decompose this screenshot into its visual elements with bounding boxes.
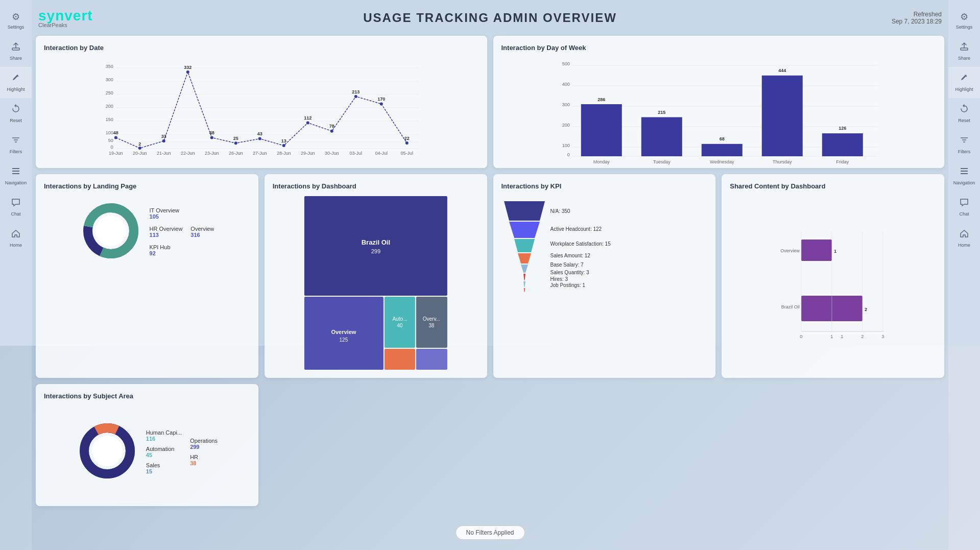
main-content: Interaction by Date 350 300 250 200 150 … bbox=[0, 36, 980, 550]
sidebar-item-settings-left[interactable]: ⚙ Settings bbox=[0, 5, 32, 36]
header: synvert ClearPeaks USAGE TRACKING ADMIN … bbox=[0, 0, 980, 36]
sidebar-item-chat-right[interactable]: Chat bbox=[948, 192, 980, 223]
sidebar-item-navigation-left[interactable]: Navigation bbox=[0, 160, 32, 192]
card-title-interaction-date: Interaction by Date bbox=[44, 44, 479, 52]
svg-text:78: 78 bbox=[329, 124, 334, 129]
sidebar-item-filters-left[interactable]: Filters bbox=[0, 129, 32, 160]
svg-text:50: 50 bbox=[108, 138, 113, 143]
sidebar-item-highlight-right[interactable]: Highlight bbox=[948, 67, 980, 98]
refreshed-date: Sep 7, 2023 18:29 bbox=[892, 18, 942, 25]
svg-point-44 bbox=[405, 141, 409, 145]
bar-chart-day: 500 400 300 200 100 0 bbox=[501, 58, 937, 160]
sidebar-item-reset-left[interactable]: Reset bbox=[0, 98, 32, 129]
svg-text:444: 444 bbox=[778, 68, 786, 73]
svg-text:48: 48 bbox=[113, 130, 118, 135]
sidebar-label-chat-right: Chat bbox=[959, 211, 969, 217]
card-title-interaction-day: Interaction by Day of Week bbox=[501, 44, 937, 52]
svg-rect-0 bbox=[12, 48, 19, 50]
svg-text:126: 126 bbox=[839, 126, 846, 131]
sidebar-item-home-left[interactable]: Home bbox=[0, 223, 32, 254]
sidebar-label-share-right: Share bbox=[958, 56, 970, 61]
filters-icon bbox=[11, 135, 20, 147]
svg-text:33: 33 bbox=[161, 134, 166, 139]
navigation-icon bbox=[11, 166, 20, 178]
svg-text:23-Jun: 23-Jun bbox=[205, 151, 219, 156]
sidebar-item-highlight-left[interactable]: Highlight bbox=[0, 67, 32, 98]
sidebar-item-home-right[interactable]: Home bbox=[948, 223, 980, 254]
sidebar-left: ⚙ Settings Share Highlight Reset Filte bbox=[0, 0, 32, 550]
svg-rect-13 bbox=[961, 168, 968, 169]
home-icon bbox=[11, 229, 20, 241]
sidebar-label-highlight-right: Highlight bbox=[955, 87, 973, 92]
sidebar-label-reset-right: Reset bbox=[958, 118, 970, 123]
svg-text:299: 299 bbox=[371, 248, 380, 254]
sidebar-label-navigation-right: Navigation bbox=[953, 180, 975, 185]
filter-badge: No Filters Applied bbox=[455, 525, 524, 540]
svg-rect-127 bbox=[801, 240, 832, 261]
svg-text:500: 500 bbox=[562, 61, 569, 66]
svg-rect-8 bbox=[961, 48, 968, 50]
filters-right-icon bbox=[960, 135, 969, 147]
refreshed-label: Refreshed bbox=[892, 11, 942, 18]
sidebar-label-settings: Settings bbox=[8, 25, 25, 30]
hbar-chart: Overview Brazil Oil 1 2 0 1 1 bbox=[730, 196, 936, 370]
share-right-icon bbox=[960, 42, 969, 54]
svg-rect-92 bbox=[761, 76, 802, 156]
svg-text:2: 2 bbox=[865, 307, 867, 312]
sidebar-right: ⚙ Settings Share Highlight Reset Filte bbox=[948, 0, 980, 550]
svg-text:100: 100 bbox=[106, 130, 113, 135]
settings-icon: ⚙ bbox=[12, 11, 20, 22]
svg-text:03-Jul: 03-Jul bbox=[349, 151, 362, 156]
svg-text:Tuesday: Tuesday bbox=[653, 159, 671, 164]
svg-rect-7 bbox=[12, 173, 19, 174]
svg-text:21-Jun: 21-Jun bbox=[157, 151, 171, 156]
svg-text:68: 68 bbox=[719, 136, 724, 141]
svg-rect-83 bbox=[581, 104, 622, 156]
svg-point-39 bbox=[282, 144, 285, 147]
svg-text:170: 170 bbox=[377, 97, 385, 102]
sidebar-item-chat-left[interactable]: Chat bbox=[0, 192, 32, 223]
svg-text:38: 38 bbox=[428, 323, 435, 328]
sidebar-item-share-left[interactable]: Share bbox=[0, 36, 32, 67]
svg-text:286: 286 bbox=[597, 97, 605, 102]
card-interaction-by-date: Interaction by Date 350 300 250 200 150 … bbox=[36, 36, 487, 168]
sidebar-item-settings-right[interactable]: ⚙ Settings bbox=[948, 5, 980, 36]
card-dashboard: Interactions by Dashboard Brazil Oil 299… bbox=[265, 174, 487, 378]
svg-text:Brazil Oil: Brazil Oil bbox=[361, 238, 390, 246]
svg-point-43 bbox=[380, 103, 383, 106]
svg-text:27-Jun: 27-Jun bbox=[253, 151, 267, 156]
card-landing-page: Interactions by Landing Page bbox=[36, 174, 258, 378]
svg-text:13: 13 bbox=[281, 138, 286, 144]
svg-text:20-Jun: 20-Jun bbox=[133, 151, 147, 156]
svg-point-42 bbox=[354, 95, 357, 98]
highlight-icon bbox=[11, 73, 20, 85]
sidebar-item-share-right[interactable]: Share bbox=[948, 36, 980, 67]
chat-right-icon bbox=[960, 198, 969, 209]
sidebar-item-navigation-right[interactable]: Navigation bbox=[948, 160, 980, 192]
svg-text:125: 125 bbox=[339, 337, 348, 343]
card-title-subject: Interactions by Subject Area bbox=[44, 392, 250, 400]
svg-point-40 bbox=[306, 122, 309, 125]
sidebar-label-home-right: Home bbox=[958, 243, 970, 248]
line-chart-date: 350 300 250 200 150 100 50 0 bbox=[44, 58, 479, 150]
sidebar-item-filters-right[interactable]: Filters bbox=[948, 129, 980, 160]
home-right-icon bbox=[960, 229, 969, 241]
card-title-dashboard: Interactions by Dashboard bbox=[273, 182, 479, 190]
reset-right-icon bbox=[960, 104, 969, 116]
svg-text:40: 40 bbox=[397, 323, 403, 328]
svg-text:0: 0 bbox=[111, 145, 113, 150]
svg-text:25: 25 bbox=[233, 136, 238, 141]
svg-text:26-Jun: 26-Jun bbox=[229, 151, 243, 156]
card-kpi: Interactions by KPI bbox=[493, 174, 716, 378]
sidebar-item-reset-right[interactable]: Reset bbox=[948, 98, 980, 129]
svg-marker-120 bbox=[518, 253, 531, 264]
svg-text:48: 48 bbox=[209, 130, 214, 135]
svg-text:Friday: Friday bbox=[836, 159, 849, 164]
sidebar-label-settings-right: Settings bbox=[956, 25, 973, 30]
svg-text:100: 100 bbox=[562, 143, 569, 148]
svg-text:Monday: Monday bbox=[593, 159, 610, 164]
card-title-kpi: Interactions by KPI bbox=[501, 182, 708, 190]
svg-rect-112 bbox=[416, 297, 447, 348]
svg-point-33 bbox=[138, 147, 141, 150]
card-title-landing: Interactions by Landing Page bbox=[44, 182, 250, 190]
